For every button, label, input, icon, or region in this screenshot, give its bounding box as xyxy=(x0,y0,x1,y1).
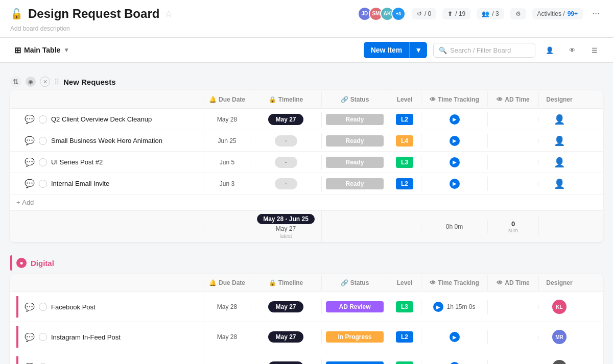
guests-icon: 👥 xyxy=(482,10,489,17)
summary-item-name xyxy=(10,224,204,230)
row-item-name-d2: 💬 Instagram In-Feed Post xyxy=(10,322,204,352)
filter-lines-icon[interactable]: ☰ xyxy=(586,42,603,58)
row-due-date-d1: May 28 xyxy=(204,301,250,312)
table-row: 💬 Small Business Week Hero Animation Jun… xyxy=(10,130,603,152)
table-header-digital: 🔔 Due Date 🔒 Timeline 🔗 Status Level xyxy=(10,274,603,292)
group-header-new-requests: ⇅ ◉ ✕ ⠿ New Requests xyxy=(10,73,603,90)
row-designer-d1: KL xyxy=(539,298,580,316)
link-col-icon-d: 🔗 xyxy=(341,279,348,286)
comment-icon-2[interactable]: 💬 xyxy=(25,136,35,145)
group-collapse-button[interactable]: ◉ xyxy=(26,77,36,87)
eye-ad-icon: 👁 xyxy=(497,96,503,103)
search-icon: 🔍 xyxy=(439,46,447,54)
row-timeline-d3: May 28 xyxy=(250,359,322,364)
new-item-dropdown-arrow[interactable]: ▼ xyxy=(409,42,427,58)
timeline-pill-d3: May 28 xyxy=(268,361,303,364)
col-header-due-date-d: 🔔 Due Date xyxy=(204,275,250,290)
status-pill-d2: In Progress xyxy=(326,331,384,343)
stat-automations[interactable]: ↺ / 0 xyxy=(412,8,436,19)
row-checkbox-1[interactable] xyxy=(39,115,47,124)
col-header-time-tracking: 👁 Time Tracking xyxy=(421,92,488,107)
link-col-icon: 🔗 xyxy=(341,96,348,103)
row-checkbox-2[interactable] xyxy=(39,137,47,145)
level-label: Level xyxy=(397,96,413,103)
eye-ad-icon-d: 👁 xyxy=(497,279,503,286)
play-button-d1[interactable]: ▶ xyxy=(433,302,443,312)
row-item-name-2: 💬 Small Business Week Hero Animation xyxy=(10,132,204,150)
more-options-icon[interactable]: ··· xyxy=(589,6,603,21)
board-content: ⇅ ◉ ✕ ⠿ New Requests 🔔 Due Date 🔒 Timeli… xyxy=(0,63,613,364)
header-actions: JD SM AK +3 ↺ / 0 ⬆ / 19 👥 / 3 xyxy=(358,6,603,21)
play-button-4[interactable]: ▶ xyxy=(450,179,460,189)
person-filter-icon[interactable]: 👤 xyxy=(541,42,558,58)
table-row: 💬 Internal Email Invite Jun 3 - Ready L2 xyxy=(10,173,603,195)
comment-icon-d2[interactable]: 💬 xyxy=(25,332,35,342)
comment-icon-3[interactable]: 💬 xyxy=(25,157,35,167)
summary-ad-value: 0 xyxy=(492,220,534,228)
eye-tt-icon: 👁 xyxy=(430,96,436,103)
level-pill-2: L4 xyxy=(396,135,413,147)
comment-icon-4[interactable]: 💬 xyxy=(25,179,35,188)
play-button-1[interactable]: ▶ xyxy=(450,114,460,125)
row-checkbox-d2[interactable] xyxy=(39,333,47,341)
row-designer-d2: MR xyxy=(539,328,580,346)
col-header-ad-time: 👁 AD Time xyxy=(488,92,539,107)
row-item-name-1: 💬 Q2 Client Overview Deck Cleanup xyxy=(10,110,204,128)
group-collapse-digital[interactable]: ● xyxy=(16,258,27,268)
row-level-1: L2 xyxy=(388,112,421,127)
play-button-d3[interactable]: ▶ xyxy=(450,362,460,364)
row-checkbox-d1[interactable] xyxy=(39,303,47,311)
level-pill-1: L2 xyxy=(396,114,413,125)
group-new-requests: ⇅ ◉ ✕ ⠿ New Requests 🔔 Due Date 🔒 Timeli… xyxy=(10,73,603,242)
eye-filter-icon[interactable]: 👁 xyxy=(564,42,580,58)
table-dropdown-icon: ▼ xyxy=(63,46,69,54)
bell-icon-d: 🔔 xyxy=(209,279,217,286)
table-row: 💬 Q2 Client Overview Deck Cleanup May 28… xyxy=(10,109,603,130)
row-checkbox-4[interactable] xyxy=(39,180,47,188)
row-designer-2: 👤 xyxy=(539,133,580,149)
table-new-requests: 🔔 Due Date 🔒 Timeline 🔗 Status Level xyxy=(10,90,603,242)
search-filter-box[interactable]: 🔍 Search / Filter Board xyxy=(433,43,535,58)
col-header-timeline: 🔒 Timeline xyxy=(250,92,322,107)
timeline-pill-d2: May 27 xyxy=(268,331,303,343)
play-button-2[interactable]: ▶ xyxy=(450,136,460,146)
comment-icon-d1[interactable]: 💬 xyxy=(25,302,35,312)
ad-time-label-d: AD Time xyxy=(505,279,529,286)
level-pill-d2: L2 xyxy=(396,331,413,343)
add-item-row[interactable]: + Add xyxy=(10,195,603,210)
bell-icon: 🔔 xyxy=(209,96,217,103)
due-date-label-d: Due Date xyxy=(219,279,245,286)
row-timeline-2: - xyxy=(250,133,322,149)
row-checkbox-3[interactable] xyxy=(39,158,47,166)
row-item-name-3: 💬 UI Series Post #2 xyxy=(10,153,204,171)
star-icon[interactable]: ☆ xyxy=(164,8,173,19)
group-x-button[interactable]: ✕ xyxy=(40,77,50,87)
row-designer-1: 👤 xyxy=(539,112,580,127)
designer-placeholder-2: 👤 xyxy=(554,135,565,147)
toolbar: ⊞ Main Table ▼ New Item ▼ 🔍 Search / Fil… xyxy=(0,38,613,63)
play-button-3[interactable]: ▶ xyxy=(450,157,460,167)
comment-icon-d3[interactable]: 💬 xyxy=(25,362,35,365)
automations-icon: ↺ xyxy=(417,10,422,17)
row-time-tracking-1: ▶ xyxy=(421,112,488,127)
group-sort-button[interactable]: ⇅ xyxy=(10,76,21,87)
activities-button[interactable]: Activities / 99+ xyxy=(532,8,583,19)
group-drag-handle[interactable]: ⠿ xyxy=(54,78,59,86)
main-table-button[interactable]: ⊞ Main Table ▼ xyxy=(10,43,74,58)
timeline-label: Timeline xyxy=(278,96,303,103)
integrations-btn[interactable]: ⚙ xyxy=(510,8,526,19)
stat-guests[interactable]: 👥 / 3 xyxy=(477,8,504,19)
new-item-button[interactable]: New Item ▼ xyxy=(364,42,427,58)
stat-integrations[interactable]: ⬆ / 19 xyxy=(442,8,470,19)
play-button-d2[interactable]: ▶ xyxy=(450,332,460,342)
group-name-digital: Digital xyxy=(31,259,54,268)
col-header-due-date: 🔔 Due Date xyxy=(204,92,250,107)
designer-placeholder-1: 👤 xyxy=(554,114,565,125)
col-header-status-d: 🔗 Status xyxy=(322,275,388,290)
comment-icon-1[interactable]: 💬 xyxy=(25,114,35,124)
row-designer-3: 👤 xyxy=(539,155,580,170)
lock-col-icon: 🔒 xyxy=(269,96,276,103)
row-due-date-4: Jun 3 xyxy=(204,178,250,189)
board-description[interactable]: Add board description xyxy=(10,25,603,37)
status-label-d: Status xyxy=(350,279,369,286)
